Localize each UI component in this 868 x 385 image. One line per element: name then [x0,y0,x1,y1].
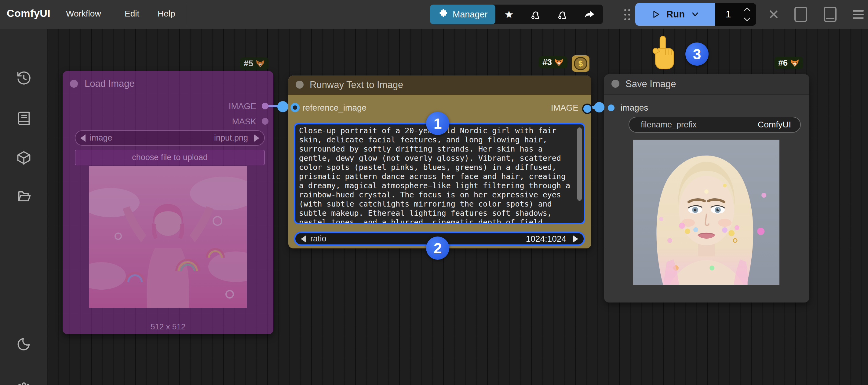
textarea-scrollbar[interactable] [577,127,582,201]
generated-portrait-image [633,140,779,285]
main-menu-button[interactable] [849,0,867,29]
node-title: Save Image [625,79,676,90]
filename-prefix-widget[interactable]: filename_prefix ComfyUI [628,117,801,132]
node-title: Load Image [85,78,135,89]
node-collapse-dot[interactable] [70,80,78,88]
image-size-caption: 512 x 512 [63,322,273,331]
sidebar-item-models[interactable] [16,150,32,166]
fox-icon [790,59,799,67]
queue-count-stepper[interactable]: 1 [715,3,756,26]
share-icon [584,9,595,20]
queue-count-value: 1 [726,9,731,20]
clear-all-button[interactable] [549,5,576,24]
node-runway-text-to-image[interactable]: Runway Text to Image reference_image IMA… [288,76,591,248]
save-image-preview[interactable] [633,140,779,285]
sidebar-item-workflows[interactable] [16,188,32,204]
filename-prefix-label: filename_prefix [641,120,697,129]
manager-button[interactable]: Manager [430,5,495,24]
topbar: ComfyUI Workflow Edit Help Manager ★ [0,0,868,29]
maximize-icon [795,7,807,22]
filename-prefix-value: ComfyUI [758,120,791,129]
focus-mode-button[interactable] [792,0,810,29]
close-icon [768,9,779,20]
menu-edit[interactable]: Edit [125,9,139,19]
sidebar-item-queue[interactable] [16,110,32,126]
app-logo: ComfyUI [7,7,51,19]
node-badge-5: #5 [240,57,269,70]
reference-image-input-socket[interactable] [290,103,300,112]
settings-button[interactable] [16,382,32,385]
combo-value: input.png [214,133,248,143]
ratio-next-icon[interactable] [573,235,578,243]
bottom-panel-button[interactable] [821,0,839,29]
annotation-number: 2 [434,240,442,257]
puzzle-icon [438,8,448,21]
choose-file-label: choose file to upload [132,153,208,162]
input-label-images: images [621,103,648,113]
vacuum-icon-1 [530,9,541,20]
notebook-icon [16,110,32,126]
annotation-step-2: 2 [426,237,449,260]
combo-next-icon[interactable] [254,135,259,142]
pink-artwork-image [89,166,247,308]
node-badge-6: #6 [775,57,803,69]
share-button[interactable] [576,5,603,24]
node-collapse-dot[interactable] [612,80,619,88]
history-icon [16,70,32,86]
node-save-image[interactable]: Save Image images filename_prefix ComfyU… [604,74,809,302]
bottom-panel-icon [824,7,837,22]
badge-number: #5 [244,59,253,68]
star-icon: ★ [504,8,514,21]
dollar-sign: $ [579,59,583,68]
stepper-down-icon[interactable] [743,17,751,23]
badge-number: #6 [778,58,788,68]
menu-workflow[interactable]: Workflow [66,9,101,19]
node-collapse-dot[interactable] [296,81,304,89]
node-load-image[interactable]: Load Image IMAGE MASK image input.png ch… [63,71,273,334]
topbar-divider [187,3,187,26]
cube-icon [16,150,32,166]
output-label-image: IMAGE [551,103,579,113]
link-dot-right[interactable] [594,102,604,113]
ratio-prev-icon[interactable] [301,235,306,243]
node-badge-3: #3 [539,56,567,68]
output-label-image: IMAGE [229,101,256,111]
load-mask-output-port[interactable] [262,118,269,125]
ratio-label: ratio [310,234,327,243]
favorites-button[interactable]: ★ [495,5,522,24]
stepper-up-icon[interactable] [743,6,751,12]
runway-image-output-socket[interactable] [582,103,592,114]
toolbar-drag-handle[interactable] [623,8,631,21]
prompt-textarea[interactable]: Close-up portrait of a 20-year-old Nordi… [294,123,585,224]
combo-prev-icon[interactable] [80,135,86,142]
sidebar [0,29,48,385]
dollar-coin-icon: $ [574,57,587,70]
node-title: Runway Text to Image [310,80,403,90]
sidebar-item-history[interactable] [16,70,32,86]
menu-icon [853,10,864,19]
moon-icon [16,336,32,352]
save-images-input-socket[interactable] [608,105,615,111]
image-combo-widget[interactable]: image input.png [75,130,265,146]
manager-toolbar: Manager ★ [430,5,603,24]
settings-gear-icon [16,382,32,385]
combo-label: image [90,133,113,143]
run-group: Run 1 [635,3,756,26]
link-dot-left[interactable] [277,101,288,112]
theme-toggle-button[interactable] [16,336,32,352]
clear-queue-button[interactable] [522,5,549,24]
load-image-preview[interactable] [89,166,247,308]
comfyui-app: ComfyUI Workflow Edit Help Manager ★ [0,0,868,385]
annotation-number: 1 [434,115,442,132]
menu-help[interactable]: Help [158,9,175,19]
pointing-hand-icon [650,35,676,71]
choose-file-button[interactable]: choose file to upload [75,150,265,165]
paid-api-badge: $ [572,55,589,72]
vacuum-icon-2 [557,9,568,20]
annotation-step-1: 1 [426,112,449,135]
cancel-run-button[interactable] [765,0,783,29]
badge-number: #3 [542,57,552,67]
run-button[interactable]: Run [635,3,715,26]
load-image-output-port[interactable] [262,103,269,109]
output-label-mask: MASK [232,117,256,126]
